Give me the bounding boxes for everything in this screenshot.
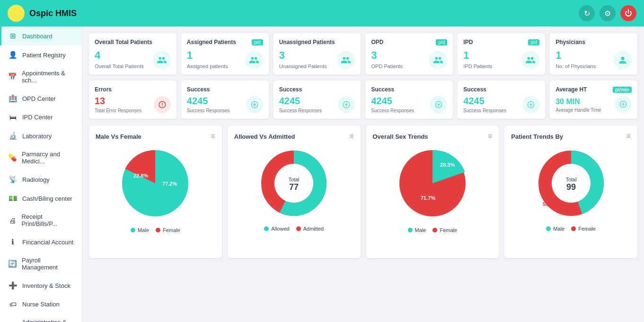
stat-card-ipd: IPD p/d 1 IPD Patients <box>458 33 545 75</box>
stat-value: 3 <box>371 49 403 62</box>
sidebar-item-label: Cash/Biling center <box>22 195 72 202</box>
stat-title: OPD <box>371 39 383 45</box>
legend-label: Male <box>553 226 565 232</box>
stat-card-body: 4 Overall Total Patients <box>95 49 171 69</box>
billing-icon: 💵 <box>8 194 18 203</box>
svg-text:Total: Total <box>565 177 576 182</box>
legend-admitted: Admitted <box>296 226 324 232</box>
sidebar-item-financial[interactable]: ℹ Fincancial Account <box>0 233 82 251</box>
radiology-icon: 📡 <box>8 175 18 184</box>
stat-desc: Success Responses <box>371 108 414 113</box>
sidebar-item-receipt[interactable]: 🖨 Receipt Print/Bills/P... <box>0 208 82 233</box>
stat-card2-body: 13 Total Error Responses <box>95 96 171 113</box>
sidebar-item-label: Parmarcy and Medici... <box>22 151 75 165</box>
stat-value: 4245 <box>463 96 506 107</box>
sidebar-item-label: Appointments & sch... <box>22 70 75 84</box>
patients-icon <box>429 51 447 69</box>
stat-title: Overall Total Patients <box>95 39 152 45</box>
stat-value-section: 1 Assigned patients <box>187 49 228 69</box>
sidebar-item-patient-registry[interactable]: 👤 Patient Registry <box>0 45 82 64</box>
stat-title: Unassigned Patients <box>279 39 335 45</box>
legend-male: Male <box>408 227 426 233</box>
stat-desc: Success Responses <box>463 108 506 113</box>
chart-patient-trends: Patient Trends By ≡ Total 99 44.4% 55.6% <box>504 125 637 258</box>
stat-card2-body: 4245 Success Responses <box>371 96 447 113</box>
sidebar-item-radiology[interactable]: 📡 Radiology <box>0 170 82 189</box>
stat-title: IPD <box>463 39 473 45</box>
power-button[interactable]: ⏻ <box>620 5 636 21</box>
stats-row-2: Errors 13 Total Error Responses Success … <box>89 80 637 119</box>
sidebar-item-label: Radiology <box>22 176 50 183</box>
sidebar-item-nurse-station[interactable]: 🏷 Nurse Station <box>0 295 82 313</box>
stat-card-overall-total: Overall Total Patients 4 Overall Total P… <box>89 33 176 75</box>
svg-text:77: 77 <box>289 182 299 192</box>
chart-overall-sex-trends: Overall Sex Trends ≡ 28.3% 71.7% <box>366 125 499 258</box>
chart-title: Allowed Vs Admitted <box>234 133 295 140</box>
pie-chart: 28.3% 71.7% <box>395 145 470 223</box>
ipd-icon: 🛏 <box>8 113 18 121</box>
stat-desc: Average Handle Time <box>556 107 601 113</box>
sidebar-item-cash-billing[interactable]: 💵 Cash/Biling center <box>0 189 82 208</box>
sidebar-item-laboratory[interactable]: 🔬 Laboratory <box>0 126 82 145</box>
stat-card-header: OPD p/d <box>371 39 447 45</box>
patients-icon <box>245 51 263 69</box>
sidebar-item-pharmacy[interactable]: 💊 Parmarcy and Medici... <box>0 145 82 170</box>
pie-chart: 77.2% 22.8% <box>117 145 193 223</box>
legend-label: Female <box>440 227 457 233</box>
stat-card-unassigned: Unassigned Patients 3 Unassigned Patient… <box>273 33 361 75</box>
legend-female: Female <box>571 226 596 232</box>
lab-icon: 🔬 <box>8 132 18 140</box>
stat-value-section: 13 Total Error Responses <box>95 96 141 113</box>
chart-menu-icon[interactable]: ≡ <box>488 132 492 141</box>
stat-card-header: Physicians <box>556 39 632 45</box>
stat-desc: Assigned patients <box>187 63 228 69</box>
sidebar-item-ipd[interactable]: 🛏 IPD Center <box>0 108 82 126</box>
stat-title: Physicians <box>556 39 585 45</box>
male-dot <box>408 228 413 233</box>
legend-label: Female <box>163 227 180 233</box>
legend-male: Male <box>131 227 149 233</box>
stat-value-section: 4245 Success Responses <box>371 96 414 113</box>
stat-card-errors: Errors 13 Total Error Responses <box>89 80 176 119</box>
stat-value-section: 3 Unassigned Patients <box>279 49 327 69</box>
chart-header: Overall Sex Trends ≡ <box>373 132 493 141</box>
patients-icon <box>337 51 355 69</box>
svg-text:71.7%: 71.7% <box>421 195 435 201</box>
stat-card-header: Unassigned Patients <box>279 39 355 45</box>
stat-card-physicians: Physicians 1 No. of Physicians <box>550 33 637 75</box>
stat-badge: p/d <box>252 39 263 45</box>
avg-badge: pt/min <box>613 87 632 93</box>
sidebar-item-payroll[interactable]: 🔄 Payroll Management <box>0 251 82 276</box>
svg-text:28.3%: 28.3% <box>440 162 455 168</box>
sidebar-item-opd[interactable]: 🏥 OPD Center <box>0 89 82 108</box>
sidebar: ⊞ Dashboard 👤 Patient Registry 📅 Appoint… <box>0 27 82 322</box>
svg-text:55.6%: 55.6% <box>543 202 556 207</box>
chart-menu-icon[interactable]: ≡ <box>349 132 353 141</box>
settings-button[interactable]: ⚙ <box>600 5 616 21</box>
stat-card-assigned: Assigned Patients p/d 1 Assigned patient… <box>181 33 269 75</box>
stat-value: 4245 <box>187 96 230 107</box>
legend-label: Allowed <box>271 226 290 232</box>
chart-legend: Male Female <box>131 227 180 233</box>
admitted-dot <box>296 226 301 231</box>
sidebar-item-administration[interactable]: 👥 Administration & Mo... <box>0 313 82 322</box>
chart-menu-icon[interactable]: ≡ <box>211 132 215 141</box>
stat-card-success3: Success 4245 Success Responses <box>365 80 453 119</box>
stat-value: 3 <box>279 49 327 62</box>
stats-row-1: Overall Total Patients 4 Overall Total P… <box>89 33 637 75</box>
female-dot <box>156 228 160 233</box>
refresh-button[interactable]: ↻ <box>579 5 595 21</box>
chart-allowed-vs-admitted: Allowed Vs Admitted ≡ Total 77 <box>228 125 361 258</box>
chart-menu-icon[interactable]: ≡ <box>626 132 631 141</box>
stat-value-section: 4245 Success Responses <box>279 96 322 113</box>
stat-desc: Overall Total Patients <box>95 63 144 69</box>
sidebar-item-appointments[interactable]: 📅 Appointments & sch... <box>0 64 82 89</box>
chart-legend: Male Female <box>408 227 458 233</box>
sidebar-item-inventory[interactable]: ➕ Inventory & Stock <box>0 276 82 295</box>
svg-text:77.2%: 77.2% <box>162 181 177 187</box>
stat-card-body: 1 No. of Physicians <box>556 49 632 69</box>
sidebar-item-label: Inventory & Stock <box>22 282 71 289</box>
female-dot <box>571 226 576 231</box>
charts-grid: Male Vs Female ≡ 77.2% 22.8% <box>89 125 637 258</box>
sidebar-item-dashboard[interactable]: ⊞ Dashboard <box>0 27 82 45</box>
